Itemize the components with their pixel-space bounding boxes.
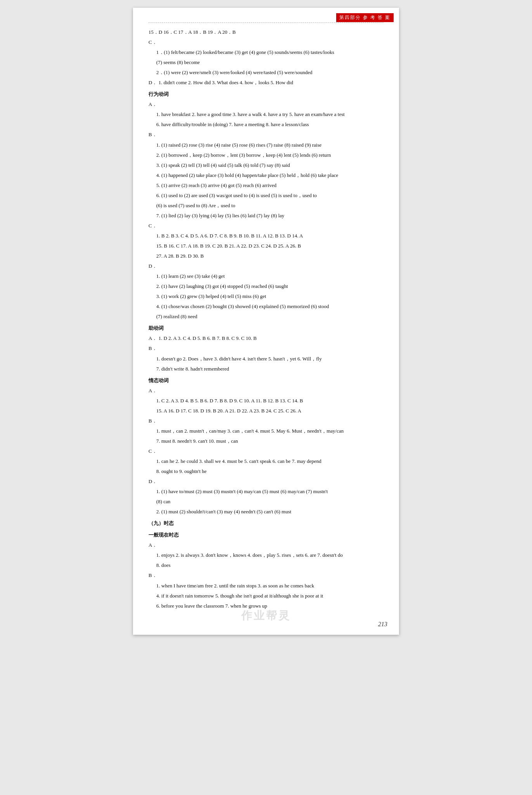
b-xingwei-l4: 4. (1) happened (2) take place (3) hold … [149,171,383,180]
page: 第四部分 参 考 答 案 15．D 16．C 17．A 18．B 19．A 20… [133,8,399,635]
a-yiban-l1: 1. enjoys 2. is always 3. don't know，kno… [149,551,383,560]
a-yiban-l2: 8. does [149,561,383,570]
c-xingwei-l2: 15. B 16. C 17. A 18. B 19. C 20. B 21. … [149,241,383,251]
b-zhudong-l2: 7. didn't write 8. hadn't remembered [149,364,383,374]
yiban-title: 一般现在时态 [149,530,383,540]
page-number: 213 [378,621,387,628]
b-zhudong-l1: 1. doesn't go 2. Does，have 3. didn't hav… [149,354,383,364]
content-area: 15．D 16．C 17．A 18．B 19．A 20．B C． 1．(1) f… [149,28,383,611]
a-xingwei-line2: 6. have difficulty/trouble in (doing) 7.… [149,120,383,129]
b-xingwei-l1: 1. (1) raised (2) rose (3) rise (4) rais… [149,140,383,150]
b-xingwei-l7: (6) is used (7) used to (8) Are，used to [149,201,383,210]
b-xingwei-l8: 7. (1) lied (2) lay (3) lying (4) lay (5… [149,211,383,220]
zhudong-title: 助动词 [149,324,383,333]
b-yiban-l2: 4. if it doesn't rain tomorrow 5. though… [149,591,383,601]
b-zhudong-label: B． [149,344,383,353]
b-xingwei-label: B． [149,130,383,139]
a-qingtai-l1: 1. C 2. A 3. D 4. B 5. B 6. D 7. B 8. D … [149,396,383,405]
d-xingwei-l1: 1. (1) learn (2) see (3) take (4) get [149,272,383,281]
d-qingtai-l3: 2. (1) must (2) shouldn't/can't (3) may … [149,507,383,516]
jiutai-title: （九）时态 [149,519,383,528]
d-label: D． 1. didn't come 2. How did 3. What doe… [149,78,383,87]
a-xingwei-label: A． [149,100,383,109]
d-qingtai-l2: (8) can [149,497,383,506]
a-qingtai-l2: 15. A 16. D 17. C 18. D 19. B 20. A 21. … [149,406,383,416]
c-qingtai-l2: 8. ought to 9. oughtn't he [149,467,383,476]
d-qingtai-label: D． [149,477,383,486]
b-yiban-l1: 1. when I have time/am free 2. until the… [149,581,383,591]
d-xingwei-l3: 3. (1) work (2) grew (3) helped (4) tell… [149,292,383,301]
header-bar: 第四部分 参 考 答 案 [336,13,394,22]
b-xingwei-l6: 6. (1) used to (2) are used (3) was/got … [149,191,383,200]
b-qingtai-label: B． [149,416,383,426]
d-qingtai-l1: 1. (1) have to/must (2) must (3) mustn't… [149,487,383,496]
c-qingtai-label: C． [149,447,383,456]
b-xingwei-l3: 3. (1) speak (2) tell (3) tell (4) said … [149,161,383,170]
a-zhudong-label: A． 1. D 2. A 3. C 4. D 5. B 6. B 7. B 8.… [149,334,383,343]
xingwei-title: 行为动词 [149,90,383,99]
c-qingtai-l1: 1. can he 2. he could 3. shall we 4. mus… [149,457,383,466]
a-qingtai-label: A． [149,386,383,395]
d-xingwei-l5: (7) realized (8) need [149,312,383,321]
a-xingwei-line1: 1. have breakfast 2. have a good time 3.… [149,110,383,119]
line-15: 15．D 16．C 17．A 18．B 19．A 20．B [149,28,383,37]
b-yiban-label: B． [149,571,383,580]
c-line3: 2．(1) were (2) were/smelt (3) were/looke… [149,68,383,77]
c-label: C． [149,38,383,47]
divider [149,23,383,23]
a-yiban-label: A． [149,540,383,550]
b-yiban-l3: 6. before you leave the classroom 7. whe… [149,601,383,611]
c-line1: 1．(1) felt/became (2) looked/became (3) … [149,48,383,57]
d-xingwei-l4: 4. (1) chose/was chosen (2) bought (3) s… [149,302,383,311]
b-qingtai-l2: 7. must 8. needn't 9. can't 10. must，can [149,436,383,446]
d-xingwei-label: D． [149,262,383,271]
qingtai-title: 情态动词 [149,376,383,385]
b-qingtai-l1: 1. must，can 2. mustn't，can/may 3. can，ca… [149,426,383,436]
c-xingwei-l3: 27. A 28. B 29. D 30. B [149,251,383,261]
b-xingwei-l5: 5. (1) arrive (2) reach (3) arrive (4) g… [149,181,383,190]
c-xingwei-l1: 1. B 2. B 3. C 4. D 5. A 6. D 7. C 8. B … [149,231,383,241]
c-line2: (7) seems (8) become [149,58,383,67]
b-xingwei-l2: 2. (1) borrowed，keep (2) borrow，lent (3)… [149,151,383,160]
d-xingwei-l2: 2. (1) have (2) laughing (3) got (4) sto… [149,282,383,291]
c-xingwei-label: C． [149,221,383,230]
